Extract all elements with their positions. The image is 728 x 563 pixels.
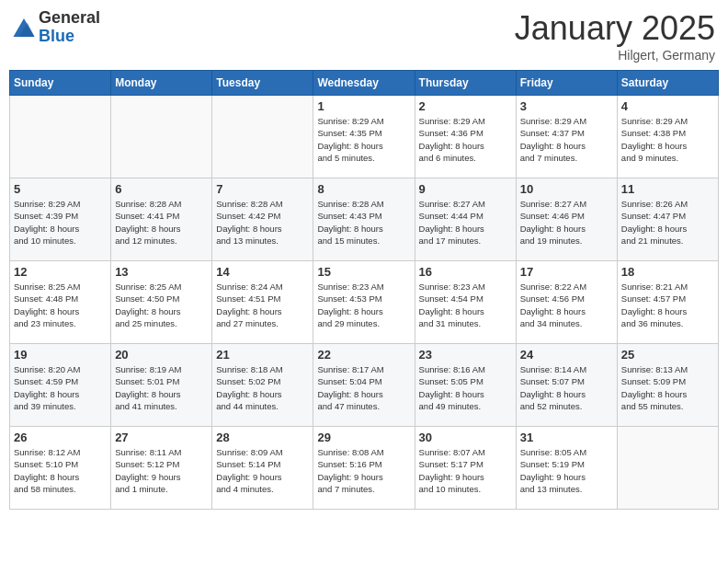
day-number: 9: [419, 182, 512, 196]
calendar-cell: 2Sunrise: 8:29 AM Sunset: 4:36 PM Daylig…: [415, 96, 516, 178]
day-number: 27: [115, 431, 208, 444]
day-info: Sunrise: 8:21 AM Sunset: 4:57 PM Dayligh…: [621, 281, 714, 329]
day-number: 11: [621, 182, 714, 196]
day-number: 10: [520, 182, 613, 196]
week-row-1: 1Sunrise: 8:29 AM Sunset: 4:35 PM Daylig…: [10, 96, 719, 178]
logo-text: General Blue: [39, 9, 100, 46]
day-info: Sunrise: 8:29 AM Sunset: 4:38 PM Dayligh…: [621, 115, 714, 164]
calendar-cell: 27Sunrise: 8:11 AM Sunset: 5:12 PM Dayli…: [111, 427, 212, 510]
calendar-cell: 29Sunrise: 8:08 AM Sunset: 5:16 PM Dayli…: [313, 427, 415, 510]
weekday-header-monday: Monday: [111, 71, 212, 96]
calendar-cell: 21Sunrise: 8:18 AM Sunset: 5:02 PM Dayli…: [212, 344, 313, 427]
weekday-header-wednesday: Wednesday: [313, 71, 415, 96]
calendar-cell: 30Sunrise: 8:07 AM Sunset: 5:17 PM Dayli…: [415, 427, 516, 510]
day-info: Sunrise: 8:24 AM Sunset: 4:51 PM Dayligh…: [216, 281, 309, 329]
day-info: Sunrise: 8:23 AM Sunset: 4:54 PM Dayligh…: [419, 281, 512, 329]
day-info: Sunrise: 8:29 AM Sunset: 4:37 PM Dayligh…: [520, 115, 613, 164]
weekday-header-sunday: Sunday: [10, 71, 111, 96]
day-info: Sunrise: 8:09 AM Sunset: 5:14 PM Dayligh…: [216, 446, 309, 495]
weekday-header-row: SundayMondayTuesdayWednesdayThursdayFrid…: [10, 71, 719, 96]
week-row-2: 5Sunrise: 8:29 AM Sunset: 4:39 PM Daylig…: [10, 178, 719, 261]
calendar-cell: 19Sunrise: 8:20 AM Sunset: 4:59 PM Dayli…: [10, 344, 111, 427]
week-row-5: 26Sunrise: 8:12 AM Sunset: 5:10 PM Dayli…: [10, 427, 719, 510]
calendar-cell: 18Sunrise: 8:21 AM Sunset: 4:57 PM Dayli…: [617, 261, 718, 344]
calendar-cell: 20Sunrise: 8:19 AM Sunset: 5:01 PM Dayli…: [111, 344, 212, 427]
day-number: 24: [520, 348, 613, 362]
calendar-cell: 12Sunrise: 8:25 AM Sunset: 4:48 PM Dayli…: [10, 261, 111, 344]
day-info: Sunrise: 8:12 AM Sunset: 5:10 PM Dayligh…: [14, 446, 107, 495]
calendar-table: SundayMondayTuesdayWednesdayThursdayFrid…: [9, 70, 719, 510]
day-number: 5: [14, 182, 107, 196]
day-info: Sunrise: 8:29 AM Sunset: 4:39 PM Dayligh…: [14, 198, 107, 247]
day-info: Sunrise: 8:14 AM Sunset: 5:07 PM Dayligh…: [520, 363, 613, 412]
logo-icon: [13, 18, 35, 37]
calendar-cell: [212, 96, 313, 178]
day-info: Sunrise: 8:05 AM Sunset: 5:19 PM Dayligh…: [520, 446, 613, 495]
day-number: 19: [14, 348, 107, 362]
day-info: Sunrise: 8:22 AM Sunset: 4:56 PM Dayligh…: [520, 281, 613, 329]
day-info: Sunrise: 8:29 AM Sunset: 4:35 PM Dayligh…: [317, 115, 410, 164]
day-number: 15: [317, 265, 410, 279]
day-number: 1: [317, 99, 410, 113]
day-number: 25: [621, 348, 714, 362]
day-number: 31: [520, 431, 613, 444]
weekday-header-saturday: Saturday: [617, 71, 718, 96]
day-number: 8: [317, 182, 410, 196]
calendar-cell: 22Sunrise: 8:17 AM Sunset: 5:04 PM Dayli…: [313, 344, 415, 427]
week-row-3: 12Sunrise: 8:25 AM Sunset: 4:48 PM Dayli…: [10, 261, 719, 344]
calendar-cell: 3Sunrise: 8:29 AM Sunset: 4:37 PM Daylig…: [516, 96, 617, 178]
day-info: Sunrise: 8:29 AM Sunset: 4:36 PM Dayligh…: [419, 115, 512, 164]
day-number: 26: [14, 431, 107, 444]
day-number: 29: [317, 431, 410, 444]
calendar-cell: 15Sunrise: 8:23 AM Sunset: 4:53 PM Dayli…: [313, 261, 415, 344]
calendar-cell: 26Sunrise: 8:12 AM Sunset: 5:10 PM Dayli…: [10, 427, 111, 510]
calendar-cell: 16Sunrise: 8:23 AM Sunset: 4:54 PM Dayli…: [415, 261, 516, 344]
calendar-cell: [111, 96, 212, 178]
day-info: Sunrise: 8:19 AM Sunset: 5:01 PM Dayligh…: [115, 363, 208, 412]
logo: General Blue: [13, 9, 100, 46]
day-number: 3: [520, 99, 613, 113]
day-info: Sunrise: 8:08 AM Sunset: 5:16 PM Dayligh…: [317, 446, 410, 495]
title-block: January 2025 Hilgert, Germany: [515, 9, 715, 63]
week-row-4: 19Sunrise: 8:20 AM Sunset: 4:59 PM Dayli…: [10, 344, 719, 427]
calendar-cell: 31Sunrise: 8:05 AM Sunset: 5:19 PM Dayli…: [516, 427, 617, 510]
calendar-cell: 14Sunrise: 8:24 AM Sunset: 4:51 PM Dayli…: [212, 261, 313, 344]
calendar-cell: 25Sunrise: 8:13 AM Sunset: 5:09 PM Dayli…: [617, 344, 718, 427]
calendar-cell: 13Sunrise: 8:25 AM Sunset: 4:50 PM Dayli…: [111, 261, 212, 344]
day-info: Sunrise: 8:28 AM Sunset: 4:41 PM Dayligh…: [115, 198, 208, 247]
calendar-cell: 8Sunrise: 8:28 AM Sunset: 4:43 PM Daylig…: [313, 178, 415, 261]
calendar-cell: 6Sunrise: 8:28 AM Sunset: 4:41 PM Daylig…: [111, 178, 212, 261]
day-info: Sunrise: 8:25 AM Sunset: 4:50 PM Dayligh…: [115, 281, 208, 329]
day-info: Sunrise: 8:28 AM Sunset: 4:43 PM Dayligh…: [317, 198, 410, 247]
day-info: Sunrise: 8:28 AM Sunset: 4:42 PM Dayligh…: [216, 198, 309, 247]
weekday-header-tuesday: Tuesday: [212, 71, 313, 96]
day-info: Sunrise: 8:13 AM Sunset: 5:09 PM Dayligh…: [621, 363, 714, 412]
day-number: 2: [419, 99, 512, 113]
day-number: 4: [621, 99, 714, 113]
logo-blue-text: Blue: [39, 28, 100, 46]
day-info: Sunrise: 8:26 AM Sunset: 4:47 PM Dayligh…: [621, 198, 714, 247]
calendar-cell: 11Sunrise: 8:26 AM Sunset: 4:47 PM Dayli…: [617, 178, 718, 261]
day-number: 18: [621, 265, 714, 279]
calendar-cell: 24Sunrise: 8:14 AM Sunset: 5:07 PM Dayli…: [516, 344, 617, 427]
day-info: Sunrise: 8:17 AM Sunset: 5:04 PM Dayligh…: [317, 363, 410, 412]
day-number: 30: [419, 431, 512, 444]
logo-general-text: General: [39, 9, 100, 28]
month-title: January 2025: [515, 9, 715, 48]
day-number: 7: [216, 182, 309, 196]
day-info: Sunrise: 8:07 AM Sunset: 5:17 PM Dayligh…: [419, 446, 512, 495]
day-number: 21: [216, 348, 309, 362]
day-number: 28: [216, 431, 309, 444]
calendar-cell: 4Sunrise: 8:29 AM Sunset: 4:38 PM Daylig…: [617, 96, 718, 178]
calendar-cell: 9Sunrise: 8:27 AM Sunset: 4:44 PM Daylig…: [415, 178, 516, 261]
day-number: 13: [115, 265, 208, 279]
day-number: 6: [115, 182, 208, 196]
day-number: 23: [419, 348, 512, 362]
calendar-cell: 23Sunrise: 8:16 AM Sunset: 5:05 PM Dayli…: [415, 344, 516, 427]
weekday-header-friday: Friday: [516, 71, 617, 96]
weekday-header-thursday: Thursday: [415, 71, 516, 96]
day-info: Sunrise: 8:25 AM Sunset: 4:48 PM Dayligh…: [14, 281, 107, 329]
location-subtitle: Hilgert, Germany: [515, 48, 715, 63]
page-header: General Blue January 2025 Hilgert, Germa…: [9, 9, 719, 63]
calendar-cell: 28Sunrise: 8:09 AM Sunset: 5:14 PM Dayli…: [212, 427, 313, 510]
